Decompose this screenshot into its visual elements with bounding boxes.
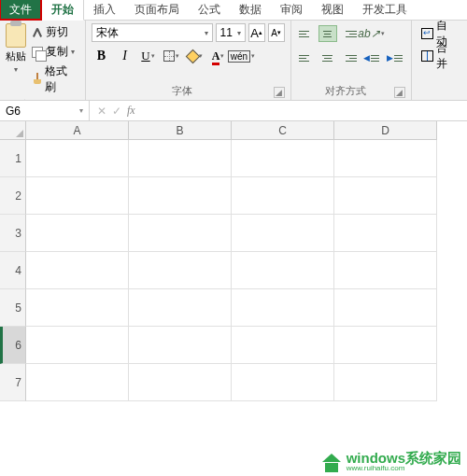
fill-color-button[interactable]: ▾	[185, 46, 205, 66]
cell[interactable]	[129, 252, 232, 289]
bold-button[interactable]: B	[92, 46, 112, 66]
cell[interactable]	[334, 327, 437, 364]
scissors-icon	[32, 27, 43, 38]
underline-button[interactable]: U▾	[138, 46, 159, 66]
cell[interactable]	[129, 140, 232, 177]
merge-cells-button[interactable]: 合并	[417, 46, 462, 66]
tab-review[interactable]: 审阅	[271, 0, 312, 20]
copy-icon	[32, 47, 43, 58]
tab-file[interactable]: 文件	[0, 0, 41, 20]
column-header[interactable]: B	[129, 121, 232, 140]
group-alignment-title: 对齐方式	[297, 82, 394, 98]
column-header[interactable]: C	[232, 121, 334, 140]
increase-font-button[interactable]: A▴	[248, 23, 265, 42]
font-name-combo[interactable]: 宋体 ▾	[92, 23, 213, 42]
align-top-button[interactable]	[297, 25, 316, 42]
copy-dropdown-icon[interactable]: ▾	[71, 48, 75, 56]
tab-view[interactable]: 视图	[312, 0, 353, 20]
formula-input[interactable]	[143, 101, 467, 120]
font-size-combo[interactable]: 11 ▾	[216, 23, 246, 42]
row-header[interactable]: 2	[0, 177, 26, 215]
name-box[interactable]: G6 ▾	[0, 101, 90, 120]
paste-button[interactable]: 粘贴 ▾	[6, 23, 26, 96]
italic-button[interactable]: I	[115, 46, 135, 66]
cell[interactable]	[26, 289, 129, 327]
cell[interactable]	[334, 215, 437, 252]
formula-bar: G6 ▾ ✕ ✓ fx	[0, 101, 467, 121]
cell[interactable]	[129, 177, 232, 215]
increase-indent-button[interactable]: ▶	[385, 48, 405, 68]
phonetic-guide-button[interactable]: wén▾	[232, 46, 252, 66]
cell[interactable]	[232, 177, 334, 215]
cell[interactable]	[232, 140, 334, 177]
cell[interactable]	[129, 327, 232, 364]
fill-icon	[187, 50, 198, 62]
alignment-dialog-launcher[interactable]: ◢	[394, 87, 405, 98]
font-color-button[interactable]: A▾	[208, 46, 229, 66]
row-header[interactable]: 5	[0, 289, 26, 327]
cell[interactable]	[26, 364, 129, 401]
cell[interactable]	[334, 252, 437, 289]
tab-formulas[interactable]: 公式	[189, 0, 230, 20]
cell[interactable]	[26, 252, 129, 289]
cell[interactable]	[26, 140, 129, 177]
underline-icon: U	[141, 49, 149, 63]
tab-home[interactable]: 开始	[41, 0, 84, 21]
column-header[interactable]: D	[334, 121, 437, 140]
format-painter-button[interactable]: 格式刷	[30, 63, 79, 96]
borders-button[interactable]: ▾	[162, 46, 182, 66]
row-header[interactable]: 7	[0, 364, 26, 401]
italic-icon: I	[122, 49, 127, 63]
decrease-font-button[interactable]: A▾	[268, 23, 285, 42]
orientation-button[interactable]: ab↗▾	[361, 23, 382, 44]
fx-icon[interactable]: fx	[127, 104, 135, 118]
cell[interactable]	[334, 289, 437, 327]
copy-button[interactable]: 复制 ▾	[30, 43, 79, 61]
ribbon: 粘贴 ▾ 剪切 复制 ▾ 格式刷 剪贴板 ◢	[0, 21, 467, 101]
cell[interactable]	[232, 364, 334, 401]
wrap-text-icon	[421, 28, 434, 39]
row-header[interactable]: 1	[0, 140, 26, 177]
cell[interactable]	[129, 289, 232, 327]
cell[interactable]	[232, 215, 334, 252]
cell[interactable]	[26, 215, 129, 252]
cell[interactable]	[232, 289, 334, 327]
cell[interactable]	[26, 177, 129, 215]
cell[interactable]	[334, 140, 437, 177]
font-dialog-launcher[interactable]: ◢	[274, 87, 285, 98]
group-alignment: ab↗▾ ◀ ▶ 对齐方式 ◢	[291, 21, 412, 100]
cancel-formula-button[interactable]: ✕	[97, 105, 106, 118]
align-right-button[interactable]	[340, 49, 359, 66]
align-center-button[interactable]	[318, 49, 337, 66]
outdent-icon: ◀	[363, 53, 379, 63]
paste-icon	[6, 23, 26, 48]
cell[interactable]	[334, 364, 437, 401]
align-middle-button[interactable]	[318, 25, 337, 42]
cut-button[interactable]: 剪切	[30, 23, 79, 41]
row-header[interactable]: 3	[0, 215, 26, 252]
row-header[interactable]: 4	[0, 252, 26, 289]
cell[interactable]	[232, 252, 334, 289]
align-bottom-button[interactable]	[340, 25, 359, 42]
tab-page-layout[interactable]: 页面布局	[125, 0, 189, 20]
merge-cells-label: 合并	[436, 40, 458, 72]
row-header[interactable]: 6	[0, 327, 26, 364]
tab-developer[interactable]: 开发工具	[353, 0, 417, 20]
column-header[interactable]: A	[26, 121, 129, 140]
decrease-indent-button[interactable]: ◀	[361, 48, 382, 68]
cell[interactable]	[129, 364, 232, 401]
worksheet-grid: A B C D 1 2 3 4 5 6 7	[0, 121, 467, 476]
cell[interactable]	[232, 327, 334, 364]
tab-insert[interactable]: 插入	[84, 0, 125, 20]
cell[interactable]	[129, 215, 232, 252]
cell[interactable]	[334, 177, 437, 215]
font-color-icon: A	[212, 49, 220, 63]
cut-label: 剪切	[46, 24, 68, 40]
cell[interactable]	[26, 327, 129, 364]
align-left-button[interactable]	[297, 49, 316, 66]
enter-formula-button[interactable]: ✓	[112, 105, 121, 118]
select-all-button[interactable]	[0, 121, 26, 140]
paste-dropdown-icon[interactable]: ▾	[14, 65, 18, 74]
indent-icon: ▶	[387, 53, 403, 63]
tab-data[interactable]: 数据	[230, 0, 271, 20]
